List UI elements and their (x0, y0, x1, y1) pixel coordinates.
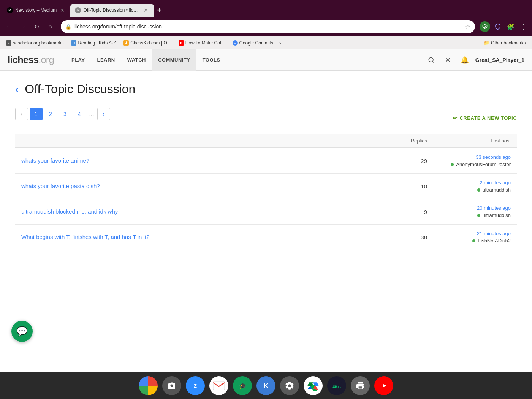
lichess-site: lichess.org PLAY LEARN WATCH COMMUNITY T… (0, 49, 532, 372)
lastpost-time-2[interactable]: 2 minutes ago (439, 180, 511, 185)
page-2-button[interactable]: 2 (44, 108, 57, 120)
bookmark-chesskid[interactable]: ♟ ChessKid.com | O... (120, 39, 174, 47)
lastpost-username-1[interactable]: AnonymousForumPoster (456, 162, 511, 167)
medium-favicon: M (7, 7, 13, 13)
bookmarks-more-button[interactable]: › (278, 39, 283, 47)
reload-button[interactable]: ↻ (30, 21, 43, 33)
new-tab-button[interactable]: + (154, 4, 165, 17)
prev-page-button[interactable]: ‹ (15, 108, 28, 120)
lastpost-time-3[interactable]: 20 minutes ago (439, 205, 511, 211)
table-row: whats your favorite anime? 29 33 seconds… (15, 148, 517, 174)
create-new-topic-button[interactable]: ✏ CREATE A NEW TOPIC (453, 115, 517, 121)
bookmark-reading[interactable]: R Reading | Kids A-Z (68, 39, 119, 47)
more-options-icon[interactable]: ⋮ (518, 21, 529, 32)
nav-bar: ← → ↻ ⌂ 🔒 lichess.org/forum/off-topic-di… (0, 17, 532, 36)
taskbar-youtube-icon[interactable] (374, 376, 393, 395)
replies-cell-3: 9 (395, 199, 433, 225)
sascholar-favicon: S (6, 40, 11, 46)
lichess-logo[interactable]: lichess.org (8, 54, 54, 66)
taskbar-gmail-icon[interactable] (209, 376, 228, 395)
pencil-icon: ✏ (453, 115, 458, 121)
svg-text:iStat: iStat (332, 385, 341, 388)
topic-link-1[interactable]: whats your favorite anime? (21, 157, 89, 164)
home-button[interactable]: ⌂ (44, 21, 56, 33)
header-right: ✕ 🔔 Great_SA_Player_1 (425, 54, 524, 66)
taskbar-printer-icon[interactable] (351, 376, 370, 395)
search-icon[interactable] (425, 54, 437, 66)
topic-cell-2: whats your favorite pasta dish? (15, 174, 395, 199)
taskbar-settings-icon[interactable] (280, 376, 299, 395)
address-bar[interactable]: 🔒 lichess.org/forum/off-topic-discussion… (61, 20, 475, 33)
extensions-puzzle-icon[interactable]: 🧩 (505, 21, 516, 32)
topics-table-header: Replies Last post (15, 134, 517, 148)
close-search-icon[interactable]: ✕ (442, 54, 454, 66)
bookmark-youtube[interactable]: ▶ How To Make Col... (176, 39, 228, 47)
tab-medium-close[interactable]: ✕ (59, 7, 66, 14)
lastpost-cell-2: 2 minutes ago ultramuddish (433, 174, 517, 199)
nav-community[interactable]: COMMUNITY (152, 49, 196, 71)
replies-cell-2: 10 (395, 174, 433, 199)
page-4-button[interactable]: 4 (73, 108, 86, 120)
topic-cell-3: ultramuddish blocked me, and idk why (15, 199, 395, 225)
bookmark-sascholar-label: sascholar.org bookmarks (13, 40, 63, 46)
back-arrow-button[interactable]: ‹ (15, 83, 19, 95)
table-row: whats your favorite pasta dish? 10 2 min… (15, 174, 517, 199)
forward-button[interactable]: → (17, 21, 29, 33)
tab-bar: M New story – Medium ✕ ♞ Off-Topic Discu… (0, 0, 532, 17)
back-button[interactable]: ← (3, 21, 15, 33)
page-content: lichess.org PLAY LEARN WATCH COMMUNITY T… (0, 49, 532, 372)
browser-frame: M New story – Medium ✕ ♞ Off-Topic Discu… (0, 0, 532, 399)
online-dot-2 (477, 188, 480, 192)
lastpost-username-4[interactable]: FishNotADish2 (478, 238, 511, 244)
create-topic-label: CREATE A NEW TOPIC (459, 115, 517, 121)
username-display[interactable]: Great_SA_Player_1 (475, 57, 524, 63)
nav-play[interactable]: PLAY (65, 49, 91, 71)
topic-cell-4: What begins with T, finishes with T, and… (15, 225, 395, 250)
nav-watch[interactable]: WATCH (121, 49, 152, 71)
bookmark-sascholar[interactable]: S sascholar.org bookmarks (3, 39, 66, 47)
folder-icon: 📁 (484, 40, 489, 46)
taskbar-drive-icon[interactable] (304, 376, 323, 395)
taskbar-zoom-icon[interactable]: Z (186, 376, 205, 395)
taskbar-klack-icon[interactable]: K (256, 376, 276, 395)
lastpost-time-4[interactable]: 21 minutes ago (439, 231, 511, 236)
taskbar-camera-icon[interactable] (162, 376, 181, 395)
notification-bell-icon[interactable]: 🔔 (459, 54, 471, 66)
lastpost-column-header: Last post (433, 134, 517, 148)
forum-main: ‹ Off-Topic Discussion ‹ 1 2 3 4 … › (0, 71, 532, 372)
ublock-icon[interactable]: U (480, 21, 490, 32)
chesskid-favicon: ♟ (124, 40, 129, 46)
vpn-shield-icon[interactable] (492, 21, 503, 32)
tab-medium[interactable]: M New story – Medium ✕ (2, 4, 70, 17)
tab-lichess-close[interactable]: ✕ (142, 7, 149, 14)
lichess-favicon: ♞ (75, 7, 81, 13)
next-page-button[interactable]: › (97, 108, 110, 120)
replies-cell-4: 38 (395, 225, 433, 250)
lichess-nav: PLAY LEARN WATCH COMMUNITY TOOLS (65, 49, 425, 71)
topic-link-2[interactable]: whats your favorite pasta dish? (21, 183, 100, 189)
topic-link-4[interactable]: What begins with T, finishes with T, and… (21, 234, 149, 240)
lichess-logo-ext: .org (38, 54, 54, 65)
lichess-logo-text: lichess (8, 54, 38, 65)
chat-bubble-icon: 💬 (16, 326, 28, 337)
chat-bubble-button[interactable]: 💬 (11, 321, 33, 342)
lock-icon: 🔒 (65, 24, 71, 30)
page-1-button[interactable]: 1 (30, 108, 43, 120)
taskbar-classroom-icon[interactable]: 🎓 (233, 376, 252, 395)
bookmark-google-contacts[interactable]: G Google Contacts (230, 39, 276, 47)
nav-learn[interactable]: LEARN (91, 49, 121, 71)
lastpost-username-2[interactable]: ultramuddish (483, 187, 511, 193)
taskbar-istatmenus-icon[interactable]: iStat (327, 376, 346, 395)
tab-lichess[interactable]: ♞ Off-Topic Discussion • lichess... ✕ (70, 4, 154, 17)
bookmark-reading-label: Reading | Kids A-Z (78, 40, 116, 46)
other-bookmarks[interactable]: 📁 Other bookmarks (481, 39, 529, 47)
taskbar-chrome-icon[interactable] (139, 376, 158, 395)
svg-line-5 (433, 61, 435, 63)
topic-link-3[interactable]: ultramuddish blocked me, and idk why (21, 208, 118, 215)
page-3-button[interactable]: 3 (59, 108, 71, 120)
nav-tools[interactable]: TOOLS (196, 49, 226, 71)
lastpost-username-3[interactable]: ultramuddish (483, 212, 511, 218)
lastpost-time-1[interactable]: 33 seconds ago (439, 154, 511, 160)
extensions-area: U 🧩 ⋮ (480, 21, 529, 32)
bookmark-star-icon[interactable]: ☆ (465, 23, 470, 30)
